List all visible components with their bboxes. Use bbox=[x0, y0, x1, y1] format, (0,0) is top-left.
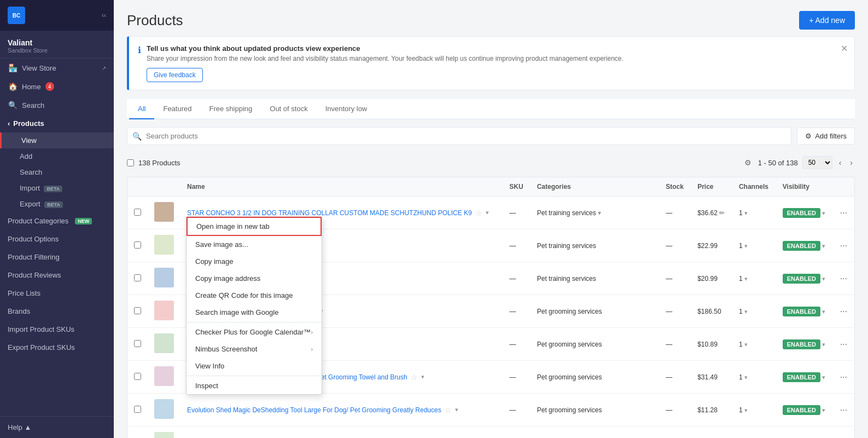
sidebar-sub-item-search[interactable]: Search bbox=[0, 164, 114, 180]
row-checkbox-6[interactable] bbox=[134, 406, 141, 413]
home-badge: 4 bbox=[45, 82, 54, 91]
visibility-dropdown-6[interactable]: ▾ bbox=[822, 407, 825, 413]
visibility-dropdown-3[interactable]: ▾ bbox=[822, 308, 825, 315]
row-more-button-1[interactable]: ··· bbox=[840, 241, 847, 251]
bigcommerce-logo: BC bbox=[8, 7, 25, 24]
row-more-button-0[interactable]: ··· bbox=[840, 208, 847, 218]
visibility-dropdown-5[interactable]: ▾ bbox=[822, 374, 825, 381]
channels-cell-3: 1 ▾ bbox=[732, 295, 776, 328]
context-menu-item-copy-image[interactable]: Copy image bbox=[187, 253, 322, 270]
row-checkbox-4[interactable] bbox=[134, 340, 141, 347]
add-filters-button[interactable]: ⚙ Add filters bbox=[797, 128, 855, 145]
row-checkbox-0[interactable] bbox=[134, 209, 141, 216]
context-menu-item-inspect[interactable]: Inspect bbox=[187, 377, 322, 394]
help-label: Help bbox=[8, 423, 22, 431]
visibility-dropdown-4[interactable]: ▾ bbox=[822, 341, 825, 348]
sidebar-item-import-product-skus[interactable]: Import Product SKUs bbox=[0, 320, 114, 338]
sidebar-sub-item-import[interactable]: Import BETA bbox=[0, 180, 114, 196]
product-name-link-6[interactable]: Evolution Shed Magic DeShedding Tool Lar… bbox=[187, 406, 441, 414]
sidebar-item-brands[interactable]: Brands bbox=[0, 302, 114, 320]
product-reviews-label: Product Reviews bbox=[8, 271, 61, 279]
search-input[interactable] bbox=[127, 127, 791, 145]
prev-page-button[interactable]: ‹ bbox=[837, 156, 844, 169]
context-menu-label-view-info: View Info bbox=[195, 362, 224, 370]
col-channels: Channels bbox=[732, 177, 776, 197]
next-page-button[interactable]: › bbox=[848, 156, 855, 169]
expand-icon-6: ▾ bbox=[455, 406, 458, 413]
sidebar-item-price-lists[interactable]: Price Lists bbox=[0, 284, 114, 302]
star-button-0[interactable]: ☆ bbox=[475, 209, 482, 217]
sidebar-sub-item-view[interactable]: View bbox=[0, 132, 114, 148]
tab-inventory-low[interactable]: Inventory low bbox=[317, 99, 376, 119]
table-settings-button[interactable]: ⚙ bbox=[742, 156, 754, 169]
brands-label: Brands bbox=[8, 307, 30, 315]
channels-cell-1: 1 ▾ bbox=[732, 229, 776, 262]
products-section-header[interactable]: ‹ Products bbox=[0, 114, 114, 132]
visibility-badge-1: ENABLED bbox=[783, 241, 820, 251]
row-checkbox-1[interactable] bbox=[134, 241, 141, 249]
row-more-button-2[interactable]: ··· bbox=[840, 274, 847, 284]
sidebar-item-product-options[interactable]: Product Options bbox=[0, 230, 114, 248]
submenu-arrow: › bbox=[311, 328, 313, 336]
sidebar-item-view-store[interactable]: 🏪 View Store ↗ bbox=[0, 59, 114, 77]
row-more-button-5[interactable]: ··· bbox=[840, 372, 847, 382]
context-menu-item-copy-image-address[interactable]: Copy image address bbox=[187, 270, 322, 287]
chevron-left-icon: ‹ bbox=[8, 119, 10, 128]
search-icon: 🔍 bbox=[8, 101, 18, 110]
context-menu-item-view-info[interactable]: View Info bbox=[187, 358, 322, 374]
sidebar-footer-help[interactable]: Help ▲ bbox=[0, 416, 114, 438]
category-cell-5: Pet grooming services bbox=[531, 361, 659, 394]
row-more-button-6[interactable]: ··· bbox=[840, 405, 847, 415]
visibility-dropdown-1[interactable]: ▾ bbox=[822, 243, 825, 249]
select-all-checkbox[interactable] bbox=[127, 159, 134, 166]
stock-cell-4: — bbox=[659, 328, 691, 361]
tab-all[interactable]: All bbox=[129, 99, 154, 119]
tab-featured[interactable]: Featured bbox=[154, 99, 200, 119]
row-more-button-3[interactable]: ··· bbox=[840, 307, 847, 316]
row-checkbox-5[interactable] bbox=[134, 373, 141, 380]
store-type: Sandbox Store bbox=[8, 47, 106, 54]
tab-out-of-stock[interactable]: Out of stock bbox=[261, 99, 316, 119]
pagination-info: 1 - 50 of 138 bbox=[758, 159, 798, 167]
sidebar-sub-item-export[interactable]: Export BETA bbox=[0, 196, 114, 212]
sidebar-item-product-categories[interactable]: Product Categories NEW bbox=[0, 212, 114, 230]
visibility-dropdown-0[interactable]: ▾ bbox=[822, 210, 825, 216]
collapse-sidebar-button[interactable]: ‹‹ bbox=[102, 11, 106, 19]
context-menu-item-create-qr-code[interactable]: Create QR Code for this image bbox=[187, 287, 322, 304]
context-menu-item-open-image-new-tab[interactable]: Open image in new tab bbox=[187, 217, 322, 236]
add-new-button[interactable]: + Add new bbox=[799, 11, 855, 30]
sidebar-item-export-product-skus[interactable]: Export Product SKUs bbox=[0, 338, 114, 356]
context-menu-item-search-image-google[interactable]: Search image with Google bbox=[187, 304, 322, 321]
star-button-6[interactable]: ☆ bbox=[445, 406, 452, 414]
external-link-icon: ↗ bbox=[102, 65, 106, 71]
context-menu-item-save-image-as[interactable]: Save image as... bbox=[187, 236, 322, 253]
category-cell-2: Pet training services bbox=[531, 262, 659, 295]
star-button-5[interactable]: ☆ bbox=[411, 373, 418, 382]
visibility-badge-2: ENABLED bbox=[783, 274, 820, 284]
product-name-link-0[interactable]: STAR CONCHO 3 1/2 IN DOG TRAINING COLLAR… bbox=[187, 209, 472, 217]
sidebar-item-product-reviews[interactable]: Product Reviews bbox=[0, 266, 114, 284]
category-cell-7: Fish medications and water treatments bbox=[531, 427, 659, 439]
row-checkbox-3[interactable] bbox=[134, 307, 141, 314]
visibility-dropdown-2[interactable]: ▾ bbox=[822, 275, 825, 282]
row-checkbox-2[interactable] bbox=[134, 274, 141, 281]
row-more-button-4[interactable]: ··· bbox=[840, 339, 847, 349]
close-feedback-button[interactable]: ✕ bbox=[841, 43, 848, 54]
sidebar-item-home[interactable]: 🏠 Home 4 bbox=[0, 77, 114, 96]
context-menu-label-copy-image-address: Copy image address bbox=[195, 274, 260, 283]
pagination-size-select[interactable]: 50 25 100 bbox=[802, 156, 832, 169]
sidebar-item-search[interactable]: 🔍 Search bbox=[0, 96, 114, 114]
tab-free-shipping[interactable]: Free shipping bbox=[201, 99, 261, 119]
sidebar-item-product-filtering[interactable]: Product Filtering bbox=[0, 248, 114, 266]
context-menu-item-nimbus-screenshot[interactable]: Nimbus Screenshot› bbox=[187, 341, 322, 358]
sidebar-sub-item-add[interactable]: Add bbox=[0, 148, 114, 164]
col-visibility: Visibility bbox=[776, 177, 834, 197]
col-actions bbox=[834, 177, 855, 197]
channels-cell-2: 1 ▾ bbox=[732, 262, 776, 295]
expand-icon-5: ▾ bbox=[421, 373, 424, 381]
give-feedback-button[interactable]: Give feedback bbox=[147, 68, 203, 82]
context-menu-item-checker-plus[interactable]: Checker Plus for Google Calendar™› bbox=[187, 324, 322, 341]
context-menu-label-copy-image: Copy image bbox=[195, 257, 233, 266]
stock-cell-7: — bbox=[659, 427, 691, 439]
export-product-skus-label: Export Product SKUs bbox=[8, 343, 75, 351]
